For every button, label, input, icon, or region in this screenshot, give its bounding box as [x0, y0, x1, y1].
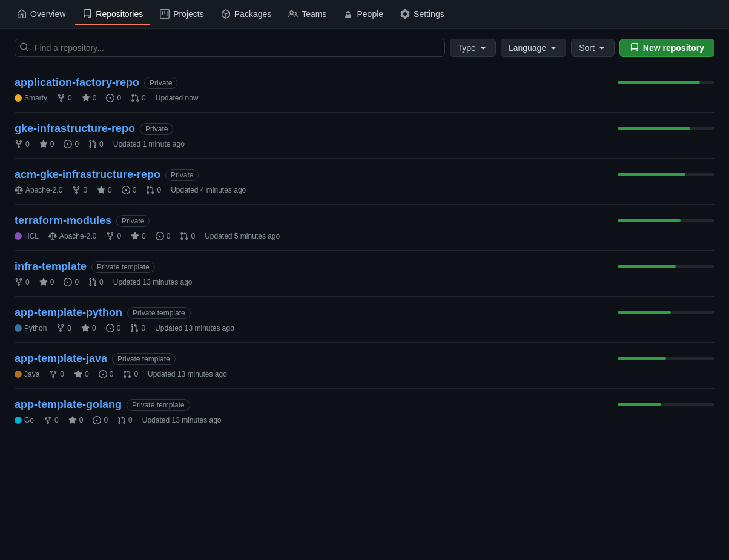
repo-stars: 0	[82, 94, 97, 102]
repo-meta: Java 0 0 0 0 Updated 13 minutes ago	[15, 370, 605, 378]
pr-count: 0	[142, 94, 146, 102]
pr-count: 0	[99, 278, 104, 286]
repo-issues: 0	[106, 94, 121, 102]
repo-name[interactable]: terraform-modules	[15, 214, 111, 227]
repo-badge: Private template	[112, 353, 176, 365]
search-input[interactable]	[15, 39, 445, 57]
repo-badge: Private	[116, 215, 150, 227]
repo-title-row: infra-template Private template	[15, 260, 605, 273]
repo-info: app-template-golang Private template Go …	[15, 398, 605, 424]
repo-issues: 0	[64, 140, 79, 148]
repo-updated: Updated 13 minutes ago	[142, 416, 222, 424]
repo-badge: Private	[140, 123, 173, 135]
repo-stars: 0	[39, 278, 54, 286]
language-dot	[15, 371, 22, 378]
repo-name[interactable]: app-template-java	[15, 352, 107, 365]
fork-count: 0	[54, 416, 59, 424]
repo-prs: 0	[180, 232, 195, 240]
activity-bar	[618, 403, 714, 406]
nav-overview-label: Overview	[30, 9, 65, 19]
repo-badge: Private template	[91, 261, 155, 273]
repo-name[interactable]: infra-template	[15, 260, 87, 273]
repo-name[interactable]: app-template-golang	[15, 398, 122, 411]
new-repo-button[interactable]: New repository	[619, 39, 714, 57]
repo-language: Go	[15, 416, 34, 424]
repo-info: application-factory-repo Private Smarty …	[15, 76, 605, 102]
sort-dropdown[interactable]: Sort	[571, 39, 615, 57]
repo-info: gke-infrastructure-repo Private 0 0 0 0 …	[15, 122, 605, 148]
nav-packages[interactable]: Packages	[214, 4, 279, 25]
pr-count: 0	[191, 232, 195, 240]
star-count: 0	[50, 278, 54, 286]
activity-bar-fill	[618, 403, 661, 406]
repo-item: acm-gke-infrastructure-repo Private Apac…	[15, 159, 714, 205]
repo-issues: 0	[106, 324, 121, 332]
new-repo-label: New repository	[643, 43, 704, 53]
language-name: Smarty	[24, 94, 47, 102]
type-dropdown[interactable]: Type	[450, 39, 496, 57]
repo-meta: Python 0 0 0 0 Updated 13 minutes ago	[15, 324, 605, 332]
fork-count: 0	[60, 370, 64, 378]
search-wrapper	[15, 39, 445, 57]
language-dot	[15, 94, 22, 102]
repo-name[interactable]: app-template-python	[15, 306, 122, 319]
nav-repositories-label: Repositories	[96, 9, 143, 19]
nav-overview[interactable]: Overview	[10, 4, 73, 25]
issue-count: 0	[167, 232, 171, 240]
people-icon	[343, 9, 353, 19]
repo-activity	[605, 76, 714, 84]
repo-meta: Go 0 0 0 0 Updated 13 minutes ago	[15, 416, 605, 424]
activity-bar	[618, 265, 714, 268]
repo-info: infra-template Private template 0 0 0 0 …	[15, 260, 605, 286]
repo-title-row: app-template-golang Private template	[15, 398, 605, 411]
issue-count: 0	[133, 186, 137, 194]
nav-repositories[interactable]: Repositories	[75, 4, 150, 25]
repo-updated: Updated 5 minutes ago	[205, 232, 280, 240]
issue-count: 0	[117, 324, 121, 332]
repo-prs: 0	[117, 416, 133, 424]
repo-prs: 0	[131, 94, 146, 102]
repo-item: gke-infrastructure-repo Private 0 0 0 0 …	[15, 113, 714, 159]
repo-forks: 0	[15, 140, 30, 148]
repo-meta: Smarty 0 0 0 0 Updated now	[15, 94, 605, 102]
language-name: HCL	[24, 232, 39, 240]
repo-badge: Private template	[127, 307, 191, 319]
language-dropdown[interactable]: Language	[501, 39, 566, 57]
nav-projects-label: Projects	[173, 9, 204, 19]
star-count: 0	[79, 416, 84, 424]
repo-activity	[605, 214, 714, 222]
nav-teams[interactable]: Teams	[281, 4, 334, 25]
repo-item: application-factory-repo Private Smarty …	[15, 67, 714, 113]
activity-bar	[618, 127, 714, 130]
star-count: 0	[108, 186, 112, 194]
repo-issues: 0	[122, 186, 137, 194]
nav-settings[interactable]: Settings	[393, 4, 452, 25]
activity-bar-fill	[618, 219, 681, 222]
nav-people[interactable]: People	[336, 4, 391, 25]
repo-title-row: gke-infrastructure-repo Private	[15, 122, 605, 135]
repo-forks: 0	[106, 232, 121, 240]
repo-info: app-template-java Private template Java …	[15, 352, 605, 378]
fork-count: 0	[25, 140, 30, 148]
repo-activity	[605, 260, 714, 268]
chevron-down-icon-2	[549, 43, 558, 53]
activity-bar-fill	[618, 173, 685, 176]
issue-count: 0	[104, 416, 108, 424]
activity-bar-fill	[618, 311, 671, 314]
nav-projects[interactable]: Projects	[153, 4, 211, 25]
language-dot	[15, 324, 22, 332]
repo-name[interactable]: application-factory-repo	[15, 76, 139, 89]
repo-prs: 0	[88, 140, 104, 148]
repo-stars: 0	[68, 416, 84, 424]
sort-label: Sort	[579, 43, 595, 53]
pr-count: 0	[99, 140, 104, 148]
repo-name[interactable]: gke-infrastructure-repo	[15, 122, 135, 135]
repo-icon	[82, 9, 92, 19]
star-count: 0	[93, 94, 97, 102]
license-name: Apache-2.0	[59, 232, 96, 240]
activity-bar	[618, 357, 714, 360]
repo-name[interactable]: acm-gke-infrastructure-repo	[15, 168, 160, 181]
repo-updated: Updated 13 minutes ago	[148, 370, 227, 378]
repo-license: Apache-2.0	[48, 232, 96, 240]
repo-license: Apache-2.0	[15, 186, 62, 194]
